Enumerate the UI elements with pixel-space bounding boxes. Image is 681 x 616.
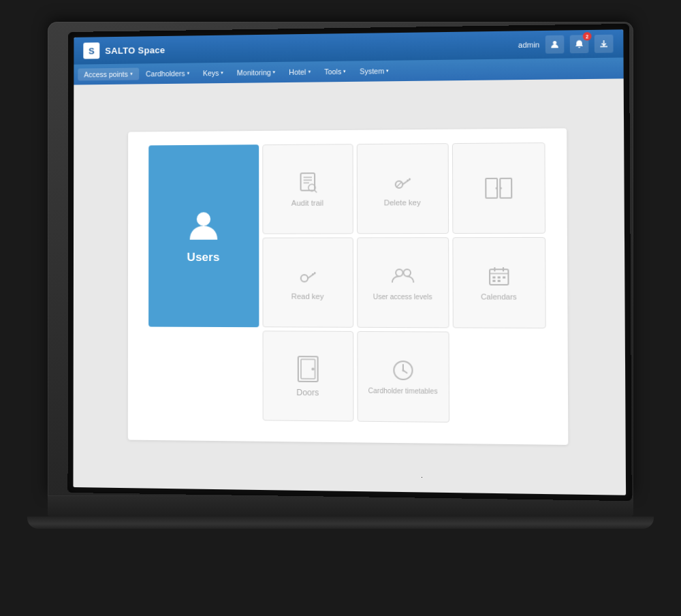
admin-label: admin	[518, 40, 540, 49]
notification-btn[interactable]: 2	[570, 35, 589, 53]
user-icon	[550, 40, 560, 50]
tile-user-access-levels[interactable]: User access levels	[357, 237, 449, 328]
nav-item-cardholders[interactable]: Cardholders ▾	[140, 67, 196, 80]
svg-rect-31	[497, 280, 500, 282]
audit-icon	[296, 171, 319, 195]
chevron-down-icon: ▾	[273, 70, 276, 75]
svg-rect-2	[300, 173, 315, 190]
tile-user-levels-label: User access levels	[373, 292, 432, 301]
svg-point-0	[553, 41, 556, 44]
tile-users-label: Users	[187, 250, 220, 264]
laptop-shell: S SALTO Space admin	[34, 22, 647, 594]
laptop-screen-lid: S SALTO Space admin	[48, 22, 633, 496]
screen: S SALTO Space admin	[73, 29, 626, 495]
double-door-icon	[484, 176, 513, 201]
svg-point-16	[499, 187, 501, 189]
svg-point-1	[196, 212, 210, 226]
person-icon	[185, 208, 221, 244]
clock-icon	[391, 358, 415, 382]
chevron-down-icon: ▾	[343, 69, 346, 74]
dashboard-card: Users	[127, 128, 568, 445]
svg-point-15	[495, 187, 497, 189]
tile-cardholder-timetables-label: Cardholder timetables	[368, 386, 438, 395]
app-title: SALTO Space	[105, 44, 165, 55]
download-btn[interactable]	[595, 35, 614, 53]
nav-item-monitoring[interactable]: Monitoring ▾	[231, 66, 282, 79]
svg-rect-27	[492, 277, 495, 279]
nav-item-system[interactable]: System ▾	[353, 65, 396, 78]
tile-delete-key-label: Delete key	[384, 198, 421, 206]
chevron-down-icon: ▾	[187, 71, 190, 76]
bell-icon	[574, 39, 584, 49]
nav-item-keys[interactable]: Keys ▾	[197, 67, 230, 80]
nav-item-hotel[interactable]: Hotel ▾	[283, 65, 317, 78]
tile-read-key[interactable]: Read key	[262, 237, 353, 327]
svg-line-7	[315, 190, 317, 192]
svg-rect-29	[503, 277, 505, 279]
door-icon	[295, 354, 320, 384]
svg-point-38	[402, 369, 404, 371]
logo-area: S SALTO Space	[83, 42, 165, 59]
topbar-right: admin 2	[518, 35, 614, 55]
nav-item-tools[interactable]: Tools ▾	[318, 65, 353, 78]
svg-point-34	[311, 368, 314, 371]
svg-rect-30	[492, 280, 495, 282]
tile-audit-label: Audit trail	[291, 199, 323, 207]
tile-audit-trail[interactable]: Audit trail	[262, 144, 353, 234]
tile-door-top[interactable]	[452, 142, 545, 234]
user-levels-icon	[390, 264, 414, 288]
tile-read-key-label: Read key	[291, 292, 324, 301]
svg-point-17	[300, 275, 307, 281]
delete-key-icon	[390, 170, 414, 194]
notification-badge: 2	[583, 32, 592, 41]
chevron-down-icon: ▾	[308, 69, 311, 74]
chevron-down-icon: ▾	[386, 68, 389, 74]
calendar-icon	[486, 264, 511, 288]
tile-cardholder-timetables[interactable]: Cardholder timetables	[357, 331, 449, 422]
read-key-icon	[296, 264, 319, 288]
nav-item-access-points[interactable]: Access points ▾	[78, 67, 139, 80]
svg-rect-28	[497, 277, 500, 279]
tile-delete-key[interactable]: Delete key	[356, 143, 448, 234]
tile-calendars-label: Calendars	[481, 292, 517, 301]
download-icon	[599, 39, 609, 49]
screen-bezel: S SALTO Space admin	[67, 24, 631, 501]
dashboard-grid: Users	[148, 142, 546, 423]
svg-point-22	[403, 269, 410, 276]
main-content: Users	[73, 78, 626, 495]
user-icon-btn[interactable]	[545, 35, 565, 54]
chevron-down-icon: ▾	[221, 70, 224, 76]
chevron-down-icon: ▾	[130, 72, 133, 77]
laptop-foot	[27, 517, 654, 529]
tile-users[interactable]: Users	[148, 144, 259, 327]
tile-calendars[interactable]: Calendars	[452, 237, 545, 328]
tile-doors[interactable]: Doors	[262, 330, 353, 421]
svg-point-21	[396, 269, 402, 276]
tile-doors-label: Doors	[296, 388, 319, 398]
svg-line-12	[396, 182, 401, 187]
logo-box: S	[83, 42, 99, 59]
